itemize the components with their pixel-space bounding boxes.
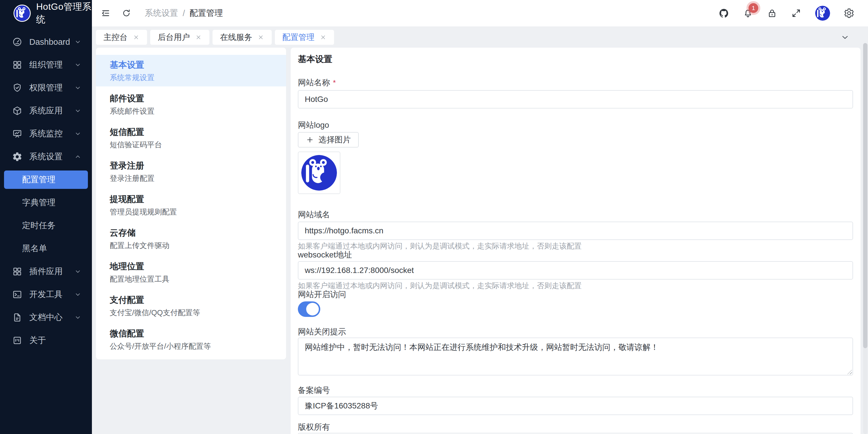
collapse-sidebar-icon[interactable] [100,8,111,19]
sidebar-subitem-cron-tasks[interactable]: 定时任务 [4,216,88,235]
chevron-down-icon [74,314,82,321]
settings-nav-title: 基本设置 [110,60,272,70]
settings-gear-icon[interactable] [844,8,854,19]
close-icon[interactable] [320,34,327,41]
refresh-icon[interactable] [122,9,131,18]
page-scrollbar-thumb[interactable] [863,43,867,348]
tab-list-chevron-down-icon[interactable] [840,33,849,42]
sidebar-item-label: 插件应用 [29,266,63,277]
settings-nav-subtitle: 短信验证码平台 [110,140,272,149]
close-tip-textarea[interactable]: 网站维护中，暂时无法访问！本网站正在进行系统维护和技术升级，网站暂时无法访问，敬… [298,338,853,375]
sidebar-subitem-dictionary[interactable]: 字典管理 [4,194,88,212]
sidebar-nav: Dashboard 组织管理 权限管理 系统应用 系统监控 系统设置 [0,26,92,352]
required-asterisk: * [333,78,336,87]
sidebar-item-monitoring[interactable]: 系统监控 [0,122,92,145]
close-icon[interactable] [195,34,202,41]
sidebar-item-organization[interactable]: 组织管理 [0,54,92,76]
settings-nav-sms[interactable]: 短信配置 短信验证码平台 [96,122,286,154]
close-icon[interactable] [257,34,264,41]
close-tip-label: 网站关闭提示 [298,327,853,336]
sidebar-subitem-label: 字典管理 [22,197,56,208]
settings-nav-wechat[interactable]: 微信配置 公众号/开放平台/小程序配置等 [96,324,286,355]
site-domain-input[interactable] [298,222,853,240]
settings-nav-payment[interactable]: 支付配置 支付宝/微信/QQ支付配置等 [96,290,286,322]
tab-online-service[interactable]: 在线服务 [213,30,272,45]
notifications-button[interactable]: 1 [743,8,753,19]
apps-icon [12,266,22,277]
websocket-hint: 如果客户端通过本地或内网访问，则认为是调试模式，走实际请求地址，否则走该配置 [298,281,853,290]
settings-nav-withdraw[interactable]: 提现配置 管理员提现规则配置 [96,189,286,221]
notification-badge: 1 [748,3,758,13]
tab-label: 配置管理 [282,32,314,43]
page-scrollbar-track [863,43,867,434]
sidebar-item-system-settings[interactable]: 系统设置 [0,145,92,168]
fullscreen-icon[interactable] [791,8,801,19]
settings-nav-geo[interactable]: 地理位置 配置地理位置工具 [96,256,286,288]
chevron-down-icon [74,130,82,137]
pick-image-button-label: 选择图片 [318,134,351,145]
sidebar-item-docs[interactable]: 文档中心 [0,306,92,329]
breadcrumb-parent[interactable]: 系统设置 [145,7,178,19]
settings-nav-title: 邮件设置 [110,94,272,103]
sidebar-item-label: 系统设置 [29,151,63,163]
tab-dashboard[interactable]: 主控台 [96,30,147,45]
tab-admin-users[interactable]: 后台用户 [150,30,209,45]
lock-icon[interactable] [767,8,777,19]
settings-nav-title: 登录注册 [110,161,272,170]
settings-nav-login[interactable]: 登录注册 登录注册配置 [96,156,286,187]
settings-nav-subtitle: 系统邮件设置 [110,107,272,115]
app-logo-row[interactable]: HotGo管理系统 [0,0,92,26]
settings-nav-basic[interactable]: 基本设置 系统常规设置 [96,55,286,87]
copyright-input[interactable] [298,433,853,434]
close-icon[interactable] [133,34,140,41]
chevron-down-icon [74,268,82,275]
user-avatar[interactable] [815,6,830,21]
settings-nav-subtitle: 配置上传文件驱动 [110,241,272,250]
websocket-input[interactable] [298,261,853,279]
sidebar-item-permissions[interactable]: 权限管理 [0,76,92,99]
pick-image-button[interactable]: 选择图片 [298,132,359,147]
settings-nav-subtitle: 公众号/开放平台/小程序配置等 [110,342,272,350]
sidebar-item-dashboard[interactable]: Dashboard [0,30,92,54]
settings-nav-title: 微信配置 [110,329,272,338]
terminal-icon [12,289,22,300]
sidebar-subitem-config-management[interactable]: 配置管理 [4,170,88,189]
basic-settings-form-panel: 基本设置 网站名称* 网站logo 选择图片 网站域名 如果客户端通过本地或内网… [291,48,861,434]
sidebar-item-label: 开发工具 [29,289,63,300]
tab-label: 主控台 [103,32,127,43]
document-icon [12,312,22,323]
icp-input[interactable] [298,397,853,415]
header-left: 系统设置 / 配置管理 [100,7,223,19]
sidebar-subitem-blacklist[interactable]: 黑名单 [4,239,88,258]
site-domain-label: 网站域名 [298,210,853,219]
settings-nav-title: 支付配置 [110,295,272,305]
settings-nav-title: 云存储 [110,228,272,238]
settings-nav-email[interactable]: 邮件设置 系统邮件设置 [96,89,286,120]
sidebar-item-system-apps[interactable]: 系统应用 [0,99,92,122]
breadcrumb-current[interactable]: 配置管理 [190,7,223,19]
websocket-label: websocket地址 [298,250,853,260]
sidebar-subitem-wrap: 字典管理 [0,191,92,214]
sidebar-item-dev-tools[interactable]: 开发工具 [0,283,92,306]
chevron-down-icon [74,84,82,92]
settings-nav-title: 短信配置 [110,127,272,137]
section-title: 基本设置 [298,54,853,64]
icp-label: 备案编号 [298,386,853,395]
sidebar-item-about[interactable]: 关于 [0,329,92,352]
settings-nav-panel: 基本设置 系统常规设置 邮件设置 系统邮件设置 短信配置 短信验证码平台 登录注… [96,48,286,359]
sidebar-item-plugins[interactable]: 插件应用 [0,260,92,283]
site-open-toggle[interactable] [298,301,320,317]
plus-icon [306,136,314,144]
sidebar-subitem-wrap: 黑名单 [0,237,92,260]
sidebar-item-label: 权限管理 [29,82,63,94]
site-name-input[interactable] [298,90,853,108]
site-domain-hint: 如果客户端通过本地或内网访问，则认为是调试模式，走实际请求地址，否则走该配置 [298,242,853,250]
chevron-down-icon [74,38,82,46]
breadcrumb: 系统设置 / 配置管理 [145,7,223,19]
dashboard-icon [12,37,22,47]
tab-config-management[interactable]: 配置管理 [275,30,334,45]
settings-nav-cloud-storage[interactable]: 云存储 配置上传文件驱动 [96,223,286,254]
sidebar-item-label: 关于 [29,335,46,346]
about-icon [12,335,22,345]
github-icon[interactable] [719,8,729,19]
